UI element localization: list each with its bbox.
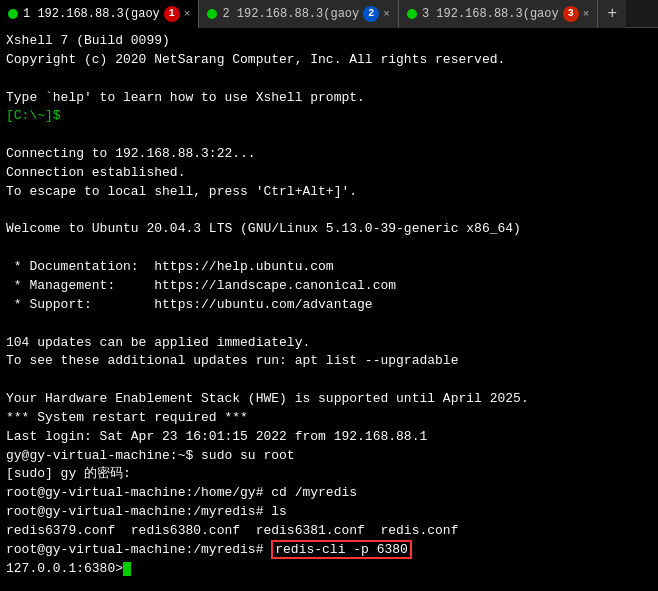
- terminal-line: [sudo] gy 的密码:: [6, 465, 652, 484]
- terminal-line: * Support: https://ubuntu.com/advantage: [6, 296, 652, 315]
- terminal-line: 127.0.0.1:6380>: [6, 560, 652, 579]
- tab-2-badge: 2: [363, 6, 379, 22]
- terminal-line: Copyright (c) 2020 NetSarang Computer, I…: [6, 51, 652, 70]
- tab-1-dot: [8, 9, 18, 19]
- tab-bar: 1 192.168.88.3(gaoy 1 × 2 192.168.88.3(g…: [0, 0, 658, 28]
- terminal-line: [6, 202, 652, 221]
- tab-2-label: 2 192.168.88.3(gaoy: [222, 7, 359, 21]
- terminal-line: * Management: https://landscape.canonica…: [6, 277, 652, 296]
- terminal-line: [6, 315, 652, 334]
- terminal-line: Last login: Sat Apr 23 16:01:15 2022 fro…: [6, 428, 652, 447]
- terminal-line: root@gy-virtual-machine:/myredis# redis-…: [6, 541, 652, 560]
- terminal-line: gy@gy-virtual-machine:~$ sudo su root: [6, 447, 652, 466]
- terminal-line: root@gy-virtual-machine:/myredis# ls: [6, 503, 652, 522]
- terminal-line: 104 updates can be applied immediately.: [6, 334, 652, 353]
- terminal-line: * Documentation: https://help.ubuntu.com: [6, 258, 652, 277]
- terminal-line: root@gy-virtual-machine:/home/gy# cd /my…: [6, 484, 652, 503]
- terminal-line: To see these additional updates run: apt…: [6, 352, 652, 371]
- tab-2-close[interactable]: ×: [383, 8, 390, 20]
- tab-1[interactable]: 1 192.168.88.3(gaoy 1 ×: [0, 0, 199, 28]
- tab-3-close[interactable]: ×: [583, 8, 590, 20]
- terminal-line: Your Hardware Enablement Stack (HWE) is …: [6, 390, 652, 409]
- terminal-line: Connection established.: [6, 164, 652, 183]
- tab-3-badge: 3: [563, 6, 579, 22]
- tab-2-dot: [207, 9, 217, 19]
- terminal-line: Welcome to Ubuntu 20.04.3 LTS (GNU/Linux…: [6, 220, 652, 239]
- highlighted-command: redis-cli -p 6380: [271, 540, 412, 559]
- terminal-line: [6, 239, 652, 258]
- terminal-area[interactable]: Xshell 7 (Build 0099) Copyright (c) 2020…: [0, 28, 658, 591]
- terminal-line: [6, 126, 652, 145]
- terminal-prompt: [C:\~]$: [6, 107, 652, 126]
- tab-3-dot: [407, 9, 417, 19]
- add-tab-button[interactable]: +: [598, 0, 626, 28]
- tab-1-close[interactable]: ×: [184, 8, 191, 20]
- terminal-line: [6, 371, 652, 390]
- tab-3[interactable]: 3 192.168.88.3(gaoy 3 ×: [399, 0, 598, 28]
- terminal-line: Connecting to 192.168.88.3:22...: [6, 145, 652, 164]
- tab-1-label: 1 192.168.88.3(gaoy: [23, 7, 160, 21]
- terminal-cursor: [123, 562, 131, 576]
- terminal-line: Type `help' to learn how to use Xshell p…: [6, 89, 652, 108]
- tab-1-badge: 1: [164, 6, 180, 22]
- terminal-line: Xshell 7 (Build 0099): [6, 32, 652, 51]
- tab-3-label: 3 192.168.88.3(gaoy: [422, 7, 559, 21]
- tab-2[interactable]: 2 192.168.88.3(gaoy 2 ×: [199, 0, 398, 28]
- terminal-line: redis6379.conf redis6380.conf redis6381.…: [6, 522, 652, 541]
- terminal-line: To escape to local shell, press 'Ctrl+Al…: [6, 183, 652, 202]
- terminal-line: [6, 70, 652, 89]
- terminal-line: *** System restart required ***: [6, 409, 652, 428]
